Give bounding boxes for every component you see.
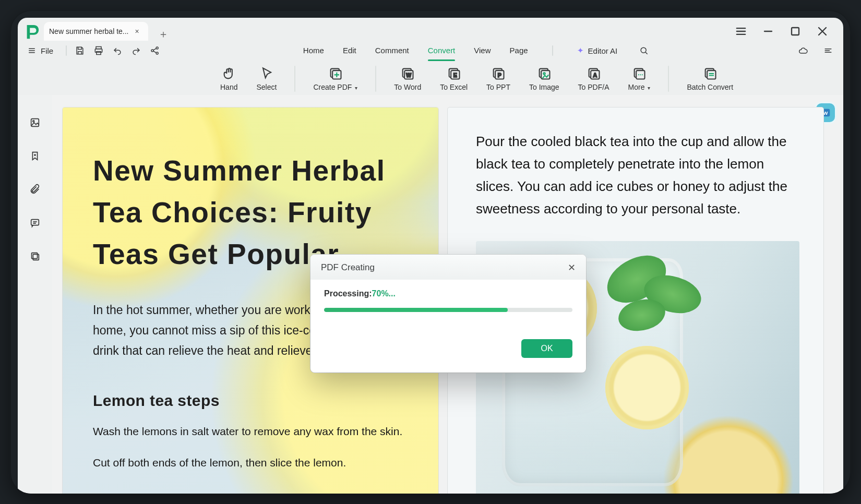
step-1: Wash the lemons in salt water to remove … — [93, 422, 411, 441]
tool-to-image-label: To Image — [529, 83, 559, 91]
share-icon[interactable] — [147, 43, 163, 58]
tool-create-pdf-label: Create PDF▾ — [313, 83, 357, 91]
svg-text:E: E — [453, 72, 457, 78]
attachments-icon[interactable] — [26, 181, 44, 198]
tool-more[interactable]: More▾ — [619, 62, 660, 96]
tool-to-image[interactable]: To Image — [520, 62, 569, 96]
ok-button-label: OK — [541, 344, 553, 353]
to-image-icon — [537, 66, 552, 81]
more-icon — [632, 66, 647, 81]
comments-icon[interactable] — [26, 214, 44, 232]
step-2: Cut off both ends of the lemon, then sli… — [93, 453, 411, 472]
svg-rect-3 — [97, 52, 101, 55]
ok-button[interactable]: OK — [521, 339, 572, 358]
tool-more-label: More▾ — [628, 83, 651, 91]
tool-select[interactable]: Select — [247, 62, 286, 96]
editor-ai-label: Editor AI — [588, 46, 618, 55]
document-viewport[interactable]: W New Summer Herbal Tea Choices: Fruity … — [52, 95, 843, 494]
create-pdf-icon — [328, 66, 343, 81]
separator — [668, 66, 669, 92]
layers-icon[interactable] — [26, 247, 44, 265]
dialog-close-icon[interactable]: ✕ — [568, 262, 576, 273]
search-icon[interactable] — [636, 43, 652, 58]
page-2-paragraph: Pour the cooled black tea into the cup a… — [476, 130, 799, 220]
processing-status: Processing:70%... — [324, 289, 572, 298]
dialog-header: PDF Creating ✕ — [310, 255, 586, 280]
svg-rect-0 — [792, 28, 799, 35]
bookmarks-icon[interactable] — [26, 147, 44, 165]
svg-rect-28 — [707, 70, 715, 79]
document-subheading: Lemon tea steps — [93, 392, 411, 410]
titlebar: New summer herbal te... × ＋ — [18, 18, 843, 41]
menu-edit[interactable]: Edit — [343, 46, 356, 56]
separator — [294, 66, 295, 92]
progress-fill — [324, 308, 508, 312]
app-window: New summer herbal te... × ＋ File — [18, 18, 843, 494]
maximize-icon[interactable] — [788, 24, 803, 39]
tool-create-pdf[interactable]: Create PDF▾ — [304, 62, 367, 96]
sparkle-icon: ✦ — [577, 46, 584, 55]
settings-lines-icon[interactable] — [820, 43, 836, 58]
menu-page[interactable]: Page — [510, 46, 528, 56]
chevron-down-icon: ▾ — [648, 85, 650, 91]
to-pdfa-icon: A — [587, 66, 601, 81]
tool-to-excel-label: To Excel — [440, 83, 468, 91]
thumbnails-icon[interactable] — [26, 114, 44, 131]
file-menu[interactable]: File — [25, 45, 55, 56]
svg-rect-31 — [31, 220, 39, 225]
cloud-icon[interactable] — [795, 43, 811, 58]
menu-comment[interactable]: Comment — [375, 46, 409, 56]
menu-view[interactable]: View — [474, 46, 491, 56]
tool-hand[interactable]: Hand — [211, 62, 247, 96]
tool-hand-label: Hand — [220, 83, 237, 91]
editor-ai-menu[interactable]: ✦ Editor AI — [577, 46, 618, 55]
menubar-right — [795, 43, 836, 58]
left-panel — [18, 95, 52, 494]
document-tab-title: New summer herbal te... — [49, 27, 129, 35]
svg-text:W: W — [823, 111, 828, 116]
to-word-icon: W — [400, 66, 415, 81]
menu-home[interactable]: Home — [303, 46, 324, 56]
close-window-icon[interactable] — [815, 24, 830, 39]
processing-percent: 70%... — [372, 289, 396, 298]
svg-point-7 — [641, 47, 646, 53]
hand-icon — [222, 66, 236, 81]
tool-batch-convert[interactable]: Batch Convert — [677, 62, 743, 96]
work-area: W New Summer Herbal Tea Choices: Fruity … — [18, 95, 843, 494]
save-icon[interactable] — [72, 43, 88, 58]
close-tab-icon[interactable]: × — [135, 27, 139, 35]
tool-to-excel[interactable]: E To Excel — [430, 62, 477, 96]
separator — [552, 45, 553, 56]
to-ppt-icon: P — [491, 66, 506, 81]
undo-icon[interactable] — [110, 43, 125, 58]
svg-text:P: P — [498, 72, 501, 78]
svg-point-30 — [33, 121, 34, 122]
menu-convert[interactable]: Convert — [428, 46, 456, 56]
svg-rect-33 — [33, 254, 39, 260]
window-frame: New summer herbal te... × ＋ File — [10, 10, 851, 494]
tool-to-ppt-label: To PPT — [486, 83, 510, 91]
tool-to-ppt[interactable]: P To PPT — [477, 62, 520, 96]
cursor-icon — [259, 66, 274, 81]
window-controls — [734, 24, 838, 39]
redo-icon[interactable] — [128, 43, 144, 58]
print-icon[interactable] — [91, 43, 106, 58]
hamburger-icon[interactable] — [734, 24, 748, 39]
chevron-down-icon: ▾ — [355, 85, 357, 91]
app-logo — [23, 23, 41, 41]
file-menu-label: File — [41, 46, 53, 55]
batch-convert-icon — [703, 66, 718, 81]
tool-select-label: Select — [256, 83, 277, 91]
pdf-creating-dialog: PDF Creating ✕ Processing:70%... OK — [310, 255, 586, 373]
add-tab-button[interactable]: ＋ — [157, 27, 170, 41]
document-tab[interactable]: New summer herbal te... × — [44, 22, 148, 41]
quick-actions — [72, 43, 163, 58]
processing-label: Processing: — [324, 289, 372, 298]
tool-to-pdfa[interactable]: A To PDF/A — [569, 62, 619, 96]
tool-to-word[interactable]: W To Word — [385, 62, 430, 96]
minimize-icon[interactable] — [761, 24, 775, 39]
tool-to-word-label: To Word — [394, 83, 421, 91]
tool-to-pdfa-label: To PDF/A — [578, 83, 609, 91]
svg-text:A: A — [593, 72, 597, 78]
tool-batch-convert-label: Batch Convert — [687, 83, 733, 91]
